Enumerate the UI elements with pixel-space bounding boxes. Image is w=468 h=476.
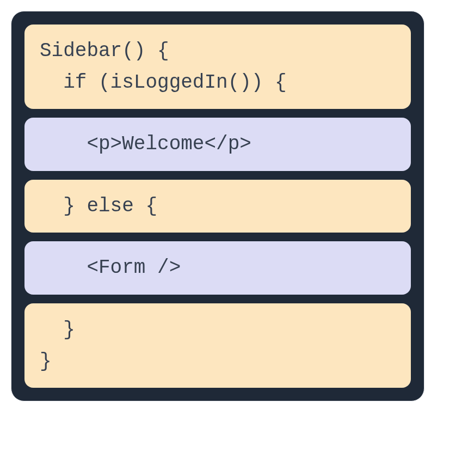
code-block-4: <Form /> xyxy=(24,241,411,295)
code-diagram-container: Sidebar() { if (isLoggedIn()) { <p>Welco… xyxy=(11,11,424,401)
code-block-1: Sidebar() { if (isLoggedIn()) { xyxy=(24,25,411,109)
code-block-3: } else { xyxy=(24,180,411,233)
code-block-2: <p>Welcome</p> xyxy=(24,118,411,171)
code-block-5: } } xyxy=(24,303,411,388)
